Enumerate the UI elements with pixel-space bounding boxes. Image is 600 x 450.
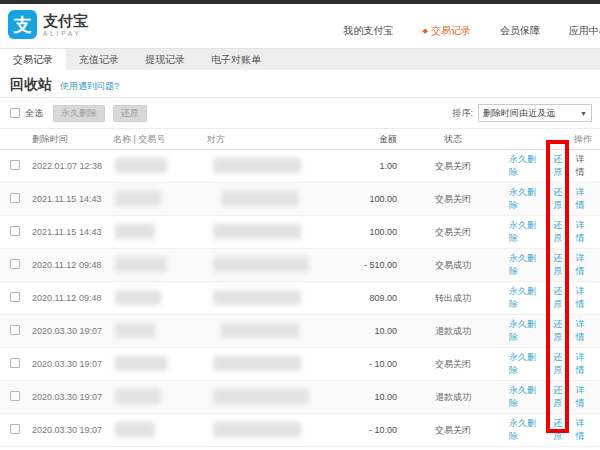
permanent-delete-link[interactable]: 永久删除 [509, 351, 541, 377]
permanent-delete-link[interactable]: 永久删除 [509, 318, 541, 344]
tab-withdraw-records[interactable]: 提现记录 [132, 49, 198, 70]
tab-e-statement[interactable]: 电子对账单 [198, 49, 274, 70]
row-operations: 永久删除 | 还原 详情 [509, 384, 592, 410]
nav-transaction-records[interactable]: ◆交易记录 [423, 24, 471, 38]
detail-link[interactable]: 详情 [576, 417, 592, 443]
header-operation: 操作 [509, 133, 592, 146]
caret-down-icon: ▼ [580, 110, 587, 117]
restore-link[interactable]: 还原 [553, 384, 569, 410]
detail-link[interactable]: 详情 [576, 219, 592, 245]
row-status: 交易关闭 [397, 358, 509, 371]
permanent-delete-link[interactable]: 永久删除 [509, 417, 541, 443]
restore-link[interactable]: 还原 [553, 186, 569, 212]
restore-link[interactable]: 还原 [553, 219, 569, 245]
row-amount: 809.00 [329, 293, 397, 303]
select-all-label: 全选 [25, 107, 43, 120]
restore-link[interactable]: 还原 [553, 417, 569, 443]
restore-link[interactable]: 还原 [553, 285, 569, 311]
permanent-delete-link[interactable]: 永久删除 [509, 219, 541, 245]
row-status: 交易关闭 [397, 424, 509, 437]
page-title-row: 回收站 使用遇到问题? [0, 70, 600, 94]
row-op-group: 永久删除 | 还原 [509, 351, 570, 377]
sort-dropdown[interactable]: 删除时间由近及远 ▼ [478, 104, 592, 122]
row-checkbox[interactable] [10, 325, 20, 335]
alipay-logo[interactable]: 支 支付宝 ALIPAY [8, 10, 88, 39]
row-name-cell [113, 257, 207, 274]
link-separator: | [546, 293, 548, 303]
row-operations: 永久删除 | 还原 详情 [509, 219, 592, 245]
redacted-counterparty-blur [213, 158, 301, 173]
restore-link[interactable]: 还原 [553, 351, 569, 377]
row-op-group: 永久删除 | 还原 [509, 417, 570, 443]
restore-link[interactable]: 还原 [553, 318, 569, 344]
permanent-delete-button[interactable]: 永久删除 [53, 105, 105, 122]
detail-link[interactable]: 详情 [576, 153, 592, 179]
detail-link[interactable]: 详情 [576, 285, 592, 311]
table-row: 2020.03.30 19:07 - 10.00 交易关闭 永久删除 | 还原 … [0, 348, 600, 381]
row-operations: 永久删除 | 还原 详情 [509, 252, 592, 278]
redacted-name-blur [115, 356, 167, 371]
row-op-group: 永久删除 | 还原 [509, 252, 570, 278]
help-link[interactable]: 使用遇到问题? [60, 80, 119, 93]
detail-link[interactable]: 详情 [576, 252, 592, 278]
detail-link[interactable]: 详情 [576, 318, 592, 344]
redacted-name-blur [115, 257, 167, 272]
table-header: 删除时间 名称 | 交易号 对方 金额 状态 操作 [0, 128, 600, 150]
row-checkbox[interactable] [10, 193, 20, 203]
permanent-delete-link[interactable]: 永久删除 [509, 252, 541, 278]
table-row: 2020.03.30 19:07 10.00 退款成功 永久删除 | 还原 详情 [0, 381, 600, 414]
row-delete-time: 2020.03.30 19:07 [32, 326, 113, 336]
detail-link[interactable]: 详情 [576, 186, 592, 212]
row-amount: - 10.00 [329, 425, 397, 435]
table-row: 2022.01.07 12:38 1.00 交易关闭 永久删除 | 还原 详情 [0, 150, 600, 183]
link-separator: | [546, 161, 548, 171]
row-operations: 永久删除 | 还原 详情 [509, 153, 592, 179]
site-header: 支 支付宝 ALIPAY 我的支付宝 ◆交易记录 会员保障 应用中心 [0, 4, 600, 48]
row-check-cell [10, 325, 32, 337]
redacted-counterparty-blur [213, 389, 309, 404]
nav-my-alipay[interactable]: 我的支付宝 [344, 24, 394, 38]
table-row: 2021.11.15 14:43 100.00 交易关闭 永久删除 | 还原 详… [0, 183, 600, 216]
row-amount: - 10.00 [329, 359, 397, 369]
restore-link[interactable]: 还原 [553, 252, 569, 278]
row-name-cell [113, 191, 207, 208]
row-checkbox[interactable] [10, 259, 20, 269]
tab-recharge-records[interactable]: 充值记录 [66, 49, 132, 70]
row-status: 退款成功 [397, 391, 509, 404]
row-checkbox[interactable] [10, 160, 20, 170]
row-status: 交易关闭 [397, 193, 509, 206]
row-check-cell [10, 424, 32, 436]
select-all-checkbox[interactable] [10, 108, 20, 118]
row-checkbox[interactable] [10, 226, 20, 236]
row-operations: 永久删除 | 还原 详情 [509, 186, 592, 212]
row-checkbox[interactable] [10, 424, 20, 434]
tab-transaction-records[interactable]: 交易记录 [0, 49, 66, 70]
row-name-cell [113, 224, 207, 241]
header-counterparty: 对方 [207, 133, 329, 146]
nav-app-center[interactable]: 应用中心 [569, 24, 600, 38]
restore-button[interactable]: 还原 [113, 105, 147, 122]
restore-link[interactable]: 还原 [553, 153, 569, 179]
permanent-delete-link[interactable]: 永久删除 [509, 186, 541, 212]
permanent-delete-link[interactable]: 永久删除 [509, 285, 541, 311]
permanent-delete-link[interactable]: 永久删除 [509, 384, 541, 410]
permanent-delete-link[interactable]: 永久删除 [509, 153, 541, 179]
row-delete-time: 2022.01.07 12:38 [32, 161, 113, 171]
row-operations: 永久删除 | 还原 详情 [509, 351, 592, 377]
row-checkbox[interactable] [10, 391, 20, 401]
redacted-name-blur [115, 191, 161, 206]
nav-member-protection[interactable]: 会员保障 [500, 24, 540, 38]
row-amount: 1.00 [329, 161, 397, 171]
row-counterparty-cell [207, 422, 329, 439]
link-separator: | [546, 392, 548, 402]
sort-selected-value: 删除时间由近及远 [483, 107, 555, 120]
row-check-cell [10, 226, 32, 238]
detail-link[interactable]: 详情 [576, 384, 592, 410]
row-name-cell [113, 290, 207, 307]
detail-link[interactable]: 详情 [576, 351, 592, 377]
row-amount: 10.00 [329, 392, 397, 402]
row-amount: 100.00 [329, 194, 397, 204]
table-row: 2021.11.15 14:43 100.00 交易关闭 永久删除 | 还原 详… [0, 216, 600, 249]
row-checkbox[interactable] [10, 292, 20, 302]
row-checkbox[interactable] [10, 358, 20, 368]
